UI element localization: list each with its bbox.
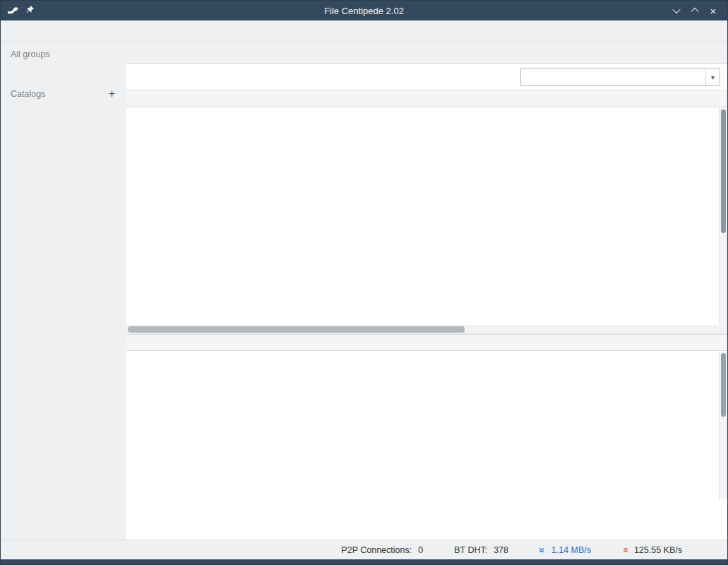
peers-table-scrollbar[interactable] [719,352,727,499]
peers-table-header [126,334,727,351]
titlebar-left [1,4,35,17]
app-logo-bird-icon [7,4,20,17]
minimize-icon [672,6,680,13]
toolbar: ▾ [126,64,727,90]
total-upload-speed: 125.55 KB/s [634,545,682,555]
titlebar[interactable]: File Centipede 2.02 × [1,1,727,20]
menubar [1,20,727,42]
bottom-tabs [126,499,727,540]
window-bottom-edge [1,559,727,564]
peers-table-body [126,351,727,499]
minimize-button[interactable] [668,3,685,18]
all-groups-label[interactable]: All groups [1,42,126,64]
tabbar [126,42,727,64]
window-title: File Centipede 2.02 [1,6,727,16]
statusbar: P2P Connections: 0 BT DHT: 378 » 1.14 MB… [1,540,727,559]
p2p-connections-label: P2P Connections: [341,545,412,555]
total-download: » 1.14 MB/s [539,545,591,555]
download-speed-icon: » [539,547,546,553]
task-table-scrollbar[interactable] [719,108,727,325]
bt-dht: BT DHT: 378 [454,545,508,555]
task-table-header [126,90,727,107]
peers-table [126,334,727,499]
bt-dht-label: BT DHT: [454,545,487,555]
p2p-connections: P2P Connections: 0 [341,545,423,555]
upload-speed-icon: » [621,547,628,553]
p2p-connections-value: 0 [418,545,423,555]
sidebar: All groups Catalogs + [1,42,126,540]
task-table [126,90,727,325]
scrollbar-thumb[interactable] [721,109,726,233]
total-upload: » 125.55 KB/s [622,545,682,555]
horizontal-scrollbar[interactable] [126,325,727,334]
maximize-button[interactable] [686,3,703,18]
add-catalog-button[interactable]: + [109,90,115,98]
maximize-icon [691,8,698,16]
pin-icon[interactable] [25,5,35,16]
tasks-filter-input[interactable] [521,72,705,82]
scrollbar-thumb[interactable] [128,326,465,333]
tasks-filter: ▾ [520,68,720,86]
content: ▾ [126,42,727,540]
app-window: File Centipede 2.02 × All groups Catalog… [0,0,728,565]
window-controls: × [668,3,727,18]
scrollbar-thumb[interactable] [721,353,726,417]
close-button[interactable]: × [705,3,722,18]
filter-dropdown-icon[interactable]: ▾ [705,69,720,85]
total-download-speed: 1.14 MB/s [551,545,591,555]
bt-dht-value: 378 [494,545,508,555]
main-area: All groups Catalogs + ▾ [1,42,727,540]
catalogs-label: Catalogs [11,89,45,99]
catalogs-header: Catalogs + [1,81,126,104]
task-table-body [126,107,727,325]
